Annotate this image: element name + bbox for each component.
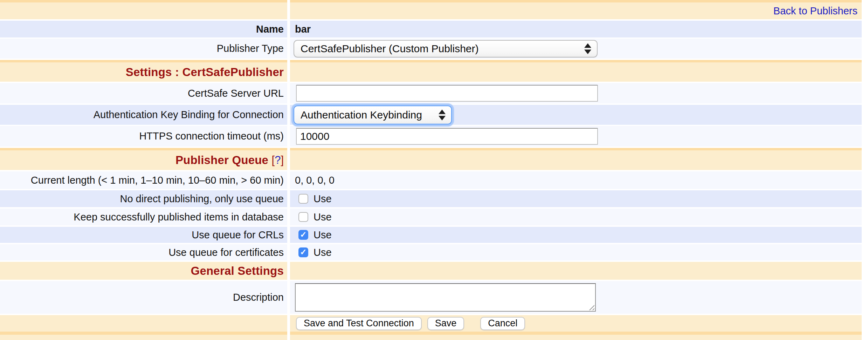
- checkmark-icon: ✓: [300, 248, 306, 256]
- general-settings-header-row: General Settings: [0, 262, 862, 280]
- certsafe-url-input[interactable]: [296, 85, 598, 102]
- edit-publisher-page: Back to Publishers Name bar Publisher Ty…: [0, 0, 868, 340]
- name-value: bar: [290, 21, 862, 38]
- footer-row: [0, 335, 862, 340]
- select-arrows-icon: [584, 43, 591, 54]
- no-direct-publishing-label: No direct publishing, only use queue: [0, 190, 287, 207]
- use-checkbox-label: Use: [314, 193, 332, 205]
- keep-published-items-checkbox[interactable]: ✓: [298, 212, 308, 222]
- publisher-type-selected-option: CertSafePublisher (Custom Publisher): [294, 43, 479, 55]
- use-queue-certificates-row: Use queue for certificates ✓ Use: [0, 244, 862, 260]
- save-button[interactable]: Save: [427, 317, 464, 330]
- current-length-value: 0, 0, 0, 0: [290, 171, 862, 189]
- certsafe-url-row: CertSafe Server URL: [0, 83, 862, 103]
- use-queue-crls-label: Use queue for CRLs: [0, 227, 287, 243]
- publisher-type-label: Publisher Type: [0, 39, 287, 59]
- no-direct-publishing-checkbox[interactable]: ✓: [298, 194, 308, 204]
- publisher-queue-header-row: Publisher Queue [?]: [0, 150, 862, 170]
- use-checkbox-label: Use: [314, 247, 332, 258]
- use-checkbox-label: Use: [314, 211, 332, 223]
- use-queue-crls-row: Use queue for CRLs ✓ Use: [0, 227, 862, 243]
- current-length-row: Current length (< 1 min, 1–10 min, 10–60…: [0, 171, 862, 189]
- https-timeout-row: HTTPS connection timeout (ms): [0, 126, 862, 147]
- form-actions-row: Save and Test Connection Save Cancel: [0, 315, 862, 332]
- general-settings-section-title: General Settings: [0, 262, 287, 280]
- use-queue-certificates-checkbox[interactable]: ✓: [298, 247, 308, 257]
- select-arrows-icon: [439, 109, 446, 120]
- keep-published-items-label: Keep successfully published items in dat…: [0, 209, 287, 225]
- publisher-form: Back to Publishers Name bar Publisher Ty…: [0, 0, 862, 340]
- use-queue-certificates-label: Use queue for certificates: [0, 244, 287, 260]
- back-to-publishers-link[interactable]: Back to Publishers: [773, 5, 857, 17]
- publisher-type-row: Publisher Type CertSafePublisher (Custom…: [0, 39, 862, 59]
- cancel-button[interactable]: Cancel: [480, 317, 525, 330]
- certsafe-url-label: CertSafe Server URL: [0, 83, 287, 103]
- help-bracket-open: [: [272, 154, 275, 166]
- no-direct-publishing-row: No direct publishing, only use queue ✓ U…: [0, 190, 862, 207]
- name-label: Name: [0, 21, 287, 38]
- footer-border-strip: [0, 332, 862, 335]
- checkmark-icon: ✓: [300, 231, 306, 239]
- description-row: Description: [0, 281, 862, 314]
- settings-section-title: Settings : CertSafePublisher: [0, 62, 287, 82]
- use-queue-crls-checkbox[interactable]: ✓: [298, 230, 308, 240]
- auth-key-binding-selected-option: Authentication Keybinding: [294, 109, 422, 121]
- auth-key-binding-label: Authentication Key Binding for Connectio…: [0, 105, 287, 125]
- back-link-row: Back to Publishers: [0, 2, 862, 19]
- https-timeout-label: HTTPS connection timeout (ms): [0, 126, 287, 147]
- auth-key-binding-row: Authentication Key Binding for Connectio…: [0, 105, 862, 125]
- description-textarea[interactable]: [295, 283, 596, 312]
- save-and-test-connection-button[interactable]: Save and Test Connection: [296, 317, 422, 330]
- settings-border-strip: [0, 60, 862, 62]
- publisher-queue-help-link[interactable]: ?: [275, 154, 281, 166]
- description-label: Description: [0, 281, 287, 314]
- publisher-queue-section-title: Publisher Queue: [175, 154, 268, 167]
- use-checkbox-label: Use: [314, 229, 332, 241]
- settings-header-row: Settings : CertSafePublisher: [0, 62, 862, 82]
- current-length-label: Current length (< 1 min, 1–10 min, 10–60…: [0, 171, 287, 189]
- help-bracket-close: ]: [281, 154, 284, 166]
- name-row: Name bar: [0, 21, 862, 38]
- https-timeout-input[interactable]: [296, 128, 598, 145]
- keep-published-items-row: Keep successfully published items in dat…: [0, 209, 862, 225]
- top-border-strip: [0, 0, 862, 2]
- publisher-type-select[interactable]: CertSafePublisher (Custom Publisher): [294, 40, 598, 57]
- auth-key-binding-select[interactable]: Authentication Keybinding: [294, 106, 452, 124]
- publisher-queue-border-strip: [0, 148, 862, 150]
